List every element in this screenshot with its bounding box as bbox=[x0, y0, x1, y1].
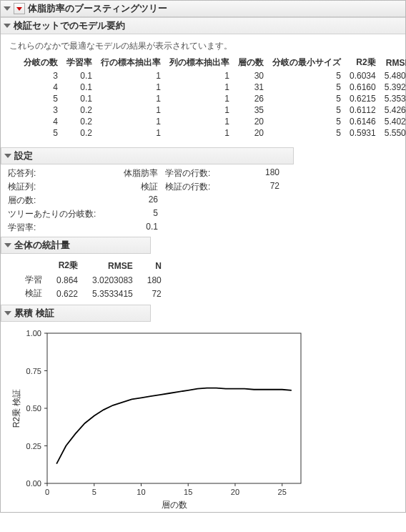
cell-n: 72 bbox=[140, 287, 169, 300]
col-splits: 分岐の数 bbox=[19, 55, 62, 70]
cell-rmse: 5.5508 bbox=[380, 127, 406, 139]
cell-rmse: 5.3533415 bbox=[85, 287, 140, 300]
cell-colsamp: 1 bbox=[165, 104, 234, 116]
table-row[interactable]: 検証0.6225.353341572 bbox=[18, 287, 169, 300]
val-layers: 26 bbox=[108, 194, 158, 207]
table-row[interactable]: 学習0.8643.0203083180 bbox=[18, 273, 169, 287]
val-lr: 0.1 bbox=[108, 222, 158, 234]
cum-header[interactable]: 累積 検証 bbox=[1, 305, 151, 322]
cell-colsamp: 1 bbox=[165, 70, 234, 82]
main-header[interactable]: 体脂肪率のブースティングツリー bbox=[1, 1, 405, 17]
row-label: 検証 bbox=[18, 287, 49, 300]
main-title: 体脂肪率のブースティングツリー bbox=[28, 2, 167, 15]
col-colsamp: 列の標本抽出率 bbox=[165, 55, 234, 70]
col-rmse: RMSE bbox=[380, 55, 406, 70]
summary-content: これらのなかで最適なモデルの結果が表示されています。 分岐の数 学習率 行の標本… bbox=[1, 34, 405, 144]
settings-grid: 応答列: 体脂肪率 学習の行数: 180 検証列: 検証 検証の行数: 72 層… bbox=[8, 167, 405, 234]
cell-splits: 3 bbox=[19, 104, 62, 116]
col-n: N bbox=[140, 258, 169, 273]
cell-layers: 20 bbox=[234, 116, 268, 127]
cell-colsamp: 1 bbox=[165, 116, 234, 127]
lbl-train-rows: 学習の行数: bbox=[165, 167, 229, 179]
lbl-lr: 学習率: bbox=[8, 222, 101, 234]
x-axis-title: 層の数 bbox=[162, 500, 187, 510]
cell-rmse: 5.4023 bbox=[380, 116, 406, 127]
cell-splits: 5 bbox=[19, 127, 62, 139]
table-row[interactable]: 30.2113550.61125.4260 bbox=[19, 104, 406, 116]
data-line bbox=[56, 388, 292, 464]
plot-frame bbox=[47, 333, 301, 483]
chart-container: 0.000.250.500.751.000510152025層の数R2乗 検証 bbox=[8, 326, 405, 512]
cell-lr: 0.2 bbox=[62, 127, 96, 139]
cell-rmse: 5.4260 bbox=[380, 104, 406, 116]
overall-header[interactable]: 全体の統計量 bbox=[1, 237, 151, 254]
cell-splits: 3 bbox=[19, 70, 62, 82]
overall-title: 全体の統計量 bbox=[14, 239, 70, 252]
cell-minsplit: 5 bbox=[268, 127, 345, 139]
lbl-validation: 検証列: bbox=[8, 181, 101, 193]
lbl-splits-per-tree: ツリーあたりの分岐数: bbox=[8, 208, 101, 220]
settings-title: 設定 bbox=[14, 149, 33, 162]
lbl-layers: 層の数: bbox=[8, 194, 101, 207]
x-tick-label: 20 bbox=[231, 488, 239, 496]
cell-lr: 0.1 bbox=[62, 70, 96, 82]
col-r2: R2乗 bbox=[49, 258, 85, 273]
cell-rowsamp: 1 bbox=[96, 82, 165, 93]
menu-button[interactable] bbox=[14, 3, 25, 14]
cell-r2: 0.864 bbox=[49, 273, 85, 287]
overall-table: R2乗 RMSE N 学習0.8643.0203083180検証0.6225.3… bbox=[18, 258, 169, 300]
cell-minsplit: 5 bbox=[268, 70, 345, 82]
y-tick-label: 1.00 bbox=[26, 329, 41, 338]
settings-header[interactable]: 設定 bbox=[1, 147, 294, 164]
table-row[interactable]: 40.2112050.61465.4023 bbox=[19, 116, 406, 127]
cell-splits: 4 bbox=[19, 116, 62, 127]
cell-r2: 0.6112 bbox=[345, 104, 380, 116]
x-tick-label: 0 bbox=[45, 488, 49, 496]
y-tick-label: 0.75 bbox=[26, 367, 41, 375]
cell-layers: 30 bbox=[234, 70, 268, 82]
x-tick-label: 10 bbox=[137, 488, 145, 496]
cell-layers: 26 bbox=[234, 93, 268, 104]
cell-n: 180 bbox=[140, 273, 169, 287]
cell-colsamp: 1 bbox=[165, 127, 234, 139]
cell-lr: 0.1 bbox=[62, 93, 96, 104]
cell-colsamp: 1 bbox=[165, 82, 234, 93]
cell-rowsamp: 1 bbox=[96, 104, 165, 116]
cell-minsplit: 5 bbox=[268, 116, 345, 127]
summary-header[interactable]: 検証セットでのモデル要約 bbox=[1, 17, 405, 34]
line-chart: 0.000.250.500.751.000510152025層の数R2乗 検証 bbox=[8, 326, 308, 512]
table-row[interactable]: 30.1113050.60345.4804 bbox=[19, 70, 406, 82]
y-tick-label: 0.50 bbox=[26, 404, 41, 413]
cell-r2: 0.5931 bbox=[345, 127, 380, 139]
cell-r2: 0.622 bbox=[49, 287, 85, 300]
chevron-down-icon bbox=[4, 24, 11, 28]
chevron-down-icon bbox=[4, 311, 11, 315]
cum-title: 累積 検証 bbox=[14, 307, 54, 320]
cell-r2: 0.6146 bbox=[345, 116, 380, 127]
cell-splits: 5 bbox=[19, 93, 62, 104]
val-validation: 検証 bbox=[108, 181, 158, 193]
cell-splits: 4 bbox=[19, 82, 62, 93]
cell-minsplit: 5 bbox=[268, 104, 345, 116]
val-splits-per-tree: 5 bbox=[108, 208, 158, 220]
lbl-valid-rows: 検証の行数: bbox=[165, 181, 229, 193]
y-tick-label: 0.00 bbox=[26, 479, 41, 488]
overall-table-header: R2乗 RMSE N bbox=[18, 258, 169, 273]
val-valid-rows: 72 bbox=[237, 181, 279, 193]
table-row[interactable]: 50.1112650.62155.3533 bbox=[19, 93, 406, 104]
cell-rowsamp: 1 bbox=[96, 127, 165, 139]
cell-rmse: 5.3533 bbox=[380, 93, 406, 104]
row-label: 学習 bbox=[18, 273, 49, 287]
table-row[interactable]: 50.2112050.59315.5508 bbox=[19, 127, 406, 139]
cell-colsamp: 1 bbox=[165, 93, 234, 104]
cell-rowsamp: 1 bbox=[96, 93, 165, 104]
cell-rmse: 3.0203083 bbox=[85, 273, 140, 287]
cell-r2: 0.6160 bbox=[345, 82, 380, 93]
cell-lr: 0.1 bbox=[62, 82, 96, 93]
cell-layers: 31 bbox=[234, 82, 268, 93]
cell-lr: 0.2 bbox=[62, 116, 96, 127]
cell-r2: 0.6034 bbox=[345, 70, 380, 82]
col-rowsamp: 行の標本抽出率 bbox=[96, 55, 165, 70]
col-minsplit: 分岐の最小サイズ bbox=[268, 55, 345, 70]
table-row[interactable]: 40.1113150.61605.3920 bbox=[19, 82, 406, 93]
